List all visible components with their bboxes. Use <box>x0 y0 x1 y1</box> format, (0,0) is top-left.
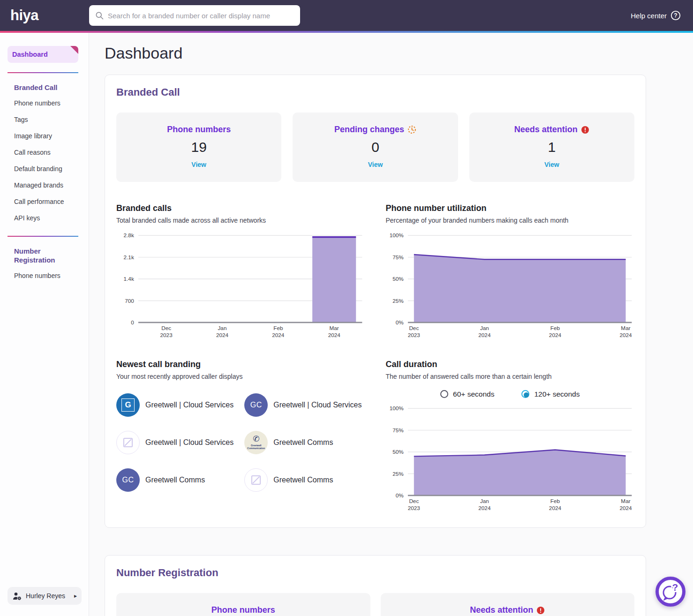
branding-list: GGreetwell | Cloud ServicesGCGreetwell |… <box>116 393 365 492</box>
sidebar-item-default-branding[interactable]: Default branding <box>14 161 84 177</box>
svg-text:Mar2024: Mar2024 <box>619 325 632 338</box>
user-name: Hurley Reyes <box>26 592 70 600</box>
stat-label: Phone numbers <box>211 605 275 615</box>
svg-text:25%: 25% <box>392 298 403 304</box>
sidebar-active-label: Dashboard <box>12 51 48 58</box>
newest-branding-title: Newest call branding <box>116 360 365 369</box>
duration-radio-60s[interactable]: 60+ seconds <box>440 390 494 398</box>
stat-pending-changes: Pending changes 0 View <box>293 113 458 182</box>
stat-label: Needs attention <box>514 125 578 135</box>
sidebar-item-call-performance[interactable]: Call performance <box>14 194 84 210</box>
help-center-button[interactable]: Help center ? <box>631 10 681 21</box>
logo-wrap: hiya <box>0 7 89 24</box>
view-link[interactable]: View <box>191 161 206 168</box>
svg-text:0%: 0% <box>395 492 403 498</box>
svg-text:2.8k: 2.8k <box>124 232 134 238</box>
brand-name: Greetwell | Cloud Services <box>273 401 362 409</box>
svg-text:?: ? <box>674 12 677 19</box>
sidebar-divider <box>8 236 78 237</box>
call-duration-options: 60+ seconds120+ seconds <box>386 389 635 400</box>
chart-subtitle: Percentage of your branded numbers makin… <box>386 217 635 224</box>
number-registration-card: Number Registration Phone numbers 0 Need… <box>105 555 646 616</box>
stat-label: Pending changes <box>334 125 404 135</box>
search-input[interactable] <box>89 5 300 26</box>
radio-selected-icon[interactable] <box>521 390 529 398</box>
sidebar-item-api-keys[interactable]: API keys <box>14 210 84 226</box>
chat-help-button[interactable]: ? <box>655 577 685 607</box>
view-link[interactable]: View <box>544 161 559 168</box>
stat-needs-attention: Needs attention 1 View <box>469 113 634 182</box>
svg-text:75%: 75% <box>392 254 403 260</box>
svg-text:Dec2023: Dec2023 <box>407 325 420 338</box>
svg-text:0%: 0% <box>395 319 403 325</box>
brand-avatar-placeholder-no-image-icon <box>244 468 268 492</box>
stat-label: Phone numbers <box>167 125 231 135</box>
sidebar-section-number-registration: Number Registration Phone numbers <box>0 243 89 284</box>
newest-branding-subtitle: Your most recently approved caller displ… <box>116 373 365 380</box>
svg-text:2.1k: 2.1k <box>124 254 134 260</box>
sidebar-item-image-library[interactable]: Image library <box>14 128 84 144</box>
user-gear-icon <box>12 591 22 601</box>
brand-name: Greetwell | Cloud Services <box>145 438 234 447</box>
stat-phone-numbers: Phone numbers 19 View <box>116 113 281 182</box>
brand-avatar-g-logo: G <box>116 393 140 417</box>
brand-name: Greetwell | Cloud Services <box>145 401 234 409</box>
brand-name: Greetwell Comms <box>273 438 333 447</box>
call-duration-block: Call duration The number of answered cal… <box>386 360 635 514</box>
sidebar-item-call-reasons[interactable]: Call reasons <box>14 144 84 161</box>
view-link[interactable]: View <box>368 161 383 168</box>
svg-text:75%: 75% <box>392 427 403 433</box>
search-icon <box>95 11 104 20</box>
phone-utilization-chart: 0%25%50%75%100%Dec2023Jan2024Feb2024Mar2… <box>386 230 635 341</box>
svg-text:Dec2023: Dec2023 <box>160 325 173 338</box>
svg-text:Mar2024: Mar2024 <box>328 325 341 338</box>
help-center-label: Help center <box>631 12 667 20</box>
stat-value: 1 <box>474 139 630 155</box>
alert-icon <box>581 126 589 134</box>
stat-registration-needs-attention: Needs attention 0 <box>381 593 635 616</box>
branded-calls-chart: 07001.4k2.1k2.8kDec2023Jan2024Feb2024Mar… <box>116 230 365 341</box>
main-content: Dashboard Branded Call Phone numbers 19 … <box>89 0 693 616</box>
stat-label: Needs attention <box>470 605 533 615</box>
svg-text:1.4k: 1.4k <box>124 276 134 282</box>
brand-name: Greetwell Comms <box>273 476 333 484</box>
number-registration-stats: Phone numbers 0 Needs attention 0 <box>116 593 634 616</box>
chart-subtitle: Total branded calls made across all acti… <box>116 217 365 224</box>
duration-radio-120s[interactable]: 120+ seconds <box>521 390 580 398</box>
branded-call-card: Branded Call Phone numbers 19 View Pendi… <box>105 75 646 528</box>
sidebar-item-dashboard[interactable]: Dashboard <box>8 46 78 63</box>
svg-text:700: 700 <box>125 298 134 304</box>
svg-text:100%: 100% <box>389 405 403 411</box>
svg-text:?: ? <box>672 582 678 593</box>
svg-text:Feb2024: Feb2024 <box>549 325 561 338</box>
svg-text:100%: 100% <box>389 232 403 238</box>
stat-value: 0 <box>297 139 453 155</box>
chart-title: Phone number utilization <box>386 203 635 213</box>
sidebar-item-managed-brands[interactable]: Managed brands <box>14 177 84 194</box>
sidebar-item-tags[interactable]: Tags <box>14 112 84 128</box>
svg-text:Feb2024: Feb2024 <box>549 498 561 511</box>
radio-unselected-icon[interactable] <box>440 390 448 398</box>
sidebar-section-title: Number Registration <box>14 243 70 268</box>
brand-avatar-placeholder-no-image-icon <box>116 431 140 454</box>
branding-item: Greetwell | Cloud Services <box>116 431 237 454</box>
branding-item: Greetwell Comms <box>244 468 365 492</box>
chart-title: Branded calls <box>116 203 365 213</box>
sidebar-item-phone-numbers[interactable]: Phone numbers <box>14 95 84 112</box>
stat-value: 19 <box>121 139 277 155</box>
user-menu-button[interactable]: Hurley Reyes ▸ <box>8 587 82 605</box>
caret-right-icon: ▸ <box>74 593 77 599</box>
page-title: Dashboard <box>105 44 646 62</box>
branded-calls-chart-block: Branded calls Total branded calls made a… <box>116 203 365 341</box>
svg-text:50%: 50% <box>392 449 403 455</box>
sidebar-section-branded-call: Branded Call Phone numbers Tags Image li… <box>0 80 89 226</box>
svg-text:0: 0 <box>131 319 134 325</box>
phone-utilization-chart-block: Phone number utilization Percentage of y… <box>386 203 635 341</box>
svg-text:Dec2023: Dec2023 <box>407 498 420 511</box>
top-header: hiya Help center ? <box>0 0 693 31</box>
chart-title: Call duration <box>386 360 635 369</box>
sidebar-divider <box>8 72 78 73</box>
branding-item: GCGreetwell Comms <box>116 468 237 492</box>
radio-label: 120+ seconds <box>534 390 580 398</box>
sidebar-item-registration-phone-numbers[interactable]: Phone numbers <box>14 267 84 284</box>
